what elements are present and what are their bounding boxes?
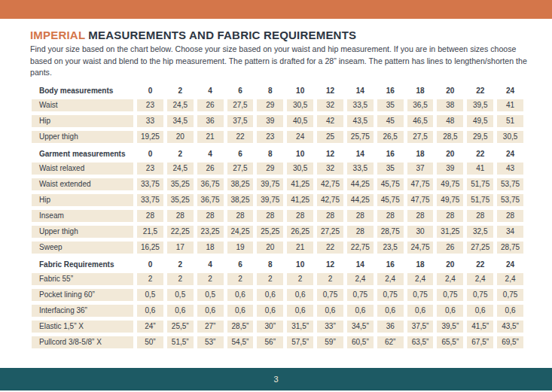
value-cell: 0,6 <box>407 305 434 317</box>
value-cell: 25 <box>317 131 343 143</box>
value-cell: 30,5 <box>287 99 313 111</box>
size-column-header: 10 <box>287 149 313 160</box>
value-cell: 0,75 <box>497 289 523 301</box>
value-cell: 28 <box>317 210 343 222</box>
value-cell: 0,6 <box>257 305 283 317</box>
value-cell: 38 <box>437 99 463 111</box>
value-cell: 27,5 <box>227 163 254 175</box>
value-cell: 30,5 <box>497 131 523 143</box>
value-cell: 67,5” <box>467 336 493 348</box>
value-cell: 28,75 <box>497 242 523 254</box>
value-cell: 0,6 <box>227 289 254 301</box>
value-cell: 59” <box>317 336 343 348</box>
value-cell: 26 <box>197 163 224 175</box>
value-cell: 28 <box>437 210 463 222</box>
row-label: Waist relaxed <box>32 163 133 175</box>
page-title-rest: MEASUREMENTS AND FABRIC REQUIREMENTS <box>85 29 356 41</box>
value-cell: 28 <box>197 210 224 222</box>
value-cell: 2,4 <box>437 273 463 285</box>
value-cell: 2 <box>257 273 283 285</box>
size-column-header: 18 <box>407 260 434 270</box>
table-row: Waist extended33,7535,2536,7538,2539,754… <box>32 178 523 190</box>
table-row: Upper thigh19,2520212223242525,7526,527,… <box>32 131 523 143</box>
measurements-table: Body measurements024681012141618202224Wa… <box>32 86 523 348</box>
value-cell: 42,75 <box>317 194 343 206</box>
value-cell: 24” <box>137 321 163 333</box>
value-cell: 2,4 <box>467 273 493 285</box>
value-cell: 28,5 <box>437 131 463 143</box>
value-cell: 23 <box>137 163 163 175</box>
value-cell: 22 <box>317 242 343 254</box>
size-column-header: 20 <box>437 149 463 160</box>
value-cell: 47,75 <box>407 178 434 190</box>
value-cell: 39,75 <box>257 178 283 190</box>
table-row: Interfacing 36”0,60,60,60,60,60,60,60,60… <box>32 305 523 317</box>
value-cell: 69,5” <box>497 336 523 348</box>
value-cell: 44,25 <box>347 194 374 206</box>
value-cell: 49,75 <box>437 178 463 190</box>
size-column-header: 22 <box>467 86 493 96</box>
value-cell: 0,6 <box>497 305 523 317</box>
value-cell: 2 <box>317 273 343 285</box>
value-cell: 0,75 <box>407 289 434 301</box>
value-cell: 38,25 <box>227 194 254 206</box>
row-label: Elastic 1,5” X <box>32 321 133 333</box>
value-cell: 56” <box>257 336 283 348</box>
row-label: Upper thigh <box>32 131 133 143</box>
size-column-header: 2 <box>167 260 194 270</box>
value-cell: 53,75 <box>497 178 523 190</box>
size-column-header: 4 <box>197 86 224 96</box>
value-cell: 41 <box>497 99 523 111</box>
value-cell: 42 <box>317 115 343 127</box>
size-column-header: 8 <box>257 86 283 96</box>
value-cell: 2 <box>227 273 254 285</box>
value-cell: 45,75 <box>377 194 404 206</box>
value-cell: 53,75 <box>497 194 523 206</box>
value-cell: 28 <box>287 210 313 222</box>
value-cell: 39 <box>257 115 283 127</box>
table-row: Hip3334,53637,53940,54243,54546,54849,55… <box>32 115 523 127</box>
value-cell: 41,5” <box>467 321 493 333</box>
value-cell: 25,25 <box>257 226 283 238</box>
value-cell: 42,75 <box>317 178 343 190</box>
value-cell: 0,6 <box>167 305 194 317</box>
value-cell: 0,5 <box>197 289 224 301</box>
value-cell: 39 <box>437 163 463 175</box>
value-cell: 32 <box>317 99 343 111</box>
size-column-header: 8 <box>257 260 283 270</box>
size-column-header: 10 <box>287 86 313 96</box>
value-cell: 43,5 <box>347 115 374 127</box>
value-cell: 44,25 <box>347 178 374 190</box>
table-row: Sweep16,2517181920212222,7523,524,752627… <box>32 242 523 254</box>
value-cell: 2 <box>287 273 313 285</box>
value-cell: 0,6 <box>377 305 404 317</box>
value-cell: 16,25 <box>137 242 163 254</box>
size-column-header: 12 <box>317 260 343 270</box>
value-cell: 53” <box>197 336 224 348</box>
value-cell: 39,75 <box>257 194 283 206</box>
value-cell: 21 <box>287 242 313 254</box>
value-cell: 27” <box>197 321 224 333</box>
size-column-header: 14 <box>347 260 374 270</box>
value-cell: 22,25 <box>167 226 194 238</box>
value-cell: 27,5 <box>407 131 434 143</box>
value-cell: 0,75 <box>467 289 493 301</box>
value-cell: 39,5 <box>467 99 493 111</box>
value-cell: 26 <box>197 99 224 111</box>
value-cell: 27,5 <box>227 99 254 111</box>
value-cell: 2 <box>197 273 224 285</box>
size-column-header: 14 <box>347 86 374 96</box>
value-cell: 2,4 <box>377 273 404 285</box>
value-cell: 28 <box>167 210 194 222</box>
value-cell: 0,6 <box>467 305 493 317</box>
value-cell: 0,75 <box>347 289 374 301</box>
value-cell: 2,4 <box>407 273 434 285</box>
size-column-header: 0 <box>137 260 163 270</box>
row-label: Sweep <box>32 242 133 254</box>
value-cell: 0,5 <box>167 289 194 301</box>
value-cell: 33,75 <box>137 178 163 190</box>
value-cell: 47,75 <box>407 194 434 206</box>
value-cell: 28 <box>137 210 163 222</box>
row-label: Inseam <box>32 210 133 222</box>
value-cell: 40,5 <box>287 115 313 127</box>
